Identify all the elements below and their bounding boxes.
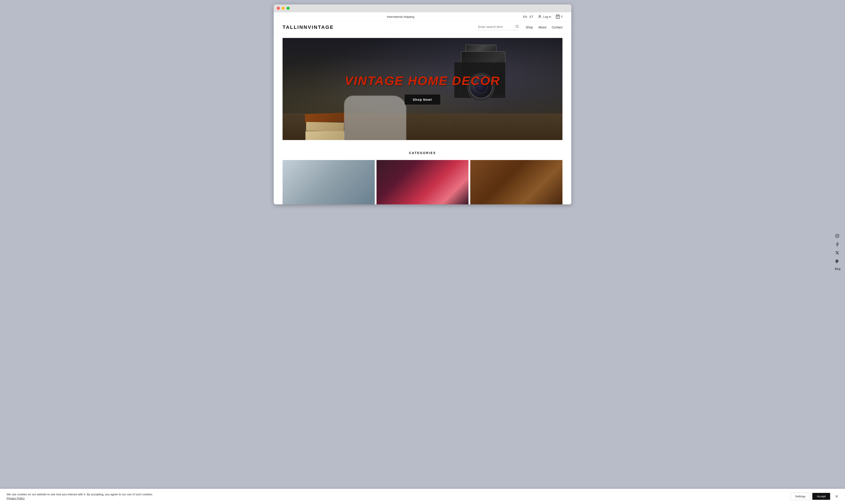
facebook-icon[interactable]	[835, 242, 840, 247]
main-nav: TALLINNVINTAGE Shop About Contact	[274, 21, 571, 34]
pinterest-icon[interactable]	[835, 259, 840, 264]
categories-section: CATEGORIES	[274, 144, 571, 204]
main-content: VINTAGE HOME DECOR Shop Now! CATEGORIES	[274, 38, 571, 204]
top-bar: International shipping EN ET Log In 0	[274, 12, 571, 21]
hero-background: VINTAGE HOME DECOR Shop Now!	[282, 38, 563, 140]
svg-rect-4	[835, 234, 839, 237]
privacy-policy-link[interactable]: Privacy Policy	[7, 497, 25, 500]
shop-now-button[interactable]: Shop Now!	[405, 94, 440, 105]
books-stack	[305, 87, 349, 140]
svg-point-2	[516, 25, 518, 28]
lang-en[interactable]: EN	[523, 15, 527, 18]
category-card-1[interactable]	[282, 160, 375, 204]
svg-point-5	[837, 235, 838, 237]
twitter-x-icon[interactable]	[835, 251, 840, 255]
cookie-text: We use cookies on our website to see how…	[7, 492, 162, 501]
nav-right: Shop About Contact	[478, 25, 563, 30]
site-logo[interactable]: TALLINNVINTAGE	[282, 24, 334, 30]
cookie-message: We use cookies on our website to see how…	[7, 493, 153, 496]
login-button[interactable]: Log In	[538, 15, 551, 19]
lang-et[interactable]: ET	[530, 15, 534, 18]
social-sidebar: Etsy	[835, 234, 841, 271]
search-input[interactable]	[478, 25, 514, 29]
language-selector: EN ET	[523, 15, 533, 18]
nav-contact[interactable]: Contact	[552, 25, 563, 29]
cart-count: 0	[561, 15, 563, 18]
cart-icon	[555, 14, 560, 19]
search-icon[interactable]	[515, 25, 519, 29]
shipping-label: International shipping	[387, 15, 414, 18]
nav-about[interactable]: About	[538, 25, 547, 29]
nav-shop[interactable]: Shop	[525, 25, 533, 29]
cookie-accept-button[interactable]: Accept	[812, 493, 830, 500]
nav-links: Shop About Contact	[525, 25, 563, 29]
book-2	[306, 122, 344, 131]
svg-point-6	[838, 235, 838, 235]
minimize-button[interactable]	[282, 7, 285, 10]
hero-content: VINTAGE HOME DECOR Shop Now!	[345, 73, 500, 105]
book-1	[305, 113, 345, 123]
cookie-banner: We use cookies on our website to see how…	[0, 489, 845, 504]
maximize-button[interactable]	[287, 7, 290, 10]
person-icon	[538, 15, 542, 19]
browser-titlebar	[274, 4, 571, 12]
etsy-link[interactable]: Etsy	[835, 267, 841, 271]
category-card-2[interactable]	[377, 160, 469, 204]
categories-grid	[282, 160, 563, 204]
cart-button[interactable]: 0	[555, 14, 563, 19]
book-3	[306, 131, 344, 140]
cookie-buttons: Settings Accept ✕	[790, 493, 838, 500]
close-button[interactable]	[277, 7, 280, 10]
hero-section: VINTAGE HOME DECOR Shop Now!	[282, 38, 563, 140]
categories-title: CATEGORIES	[282, 151, 563, 155]
hero-title: VINTAGE HOME DECOR	[345, 73, 500, 88]
svg-point-0	[539, 15, 540, 17]
login-label: Log In	[543, 15, 551, 18]
svg-line-3	[518, 27, 519, 28]
cookie-close-button[interactable]: ✕	[835, 494, 838, 499]
search-area	[478, 25, 519, 30]
cookie-settings-button[interactable]: Settings	[790, 493, 810, 500]
category-card-3[interactable]	[470, 160, 563, 204]
instagram-icon[interactable]	[835, 234, 840, 238]
